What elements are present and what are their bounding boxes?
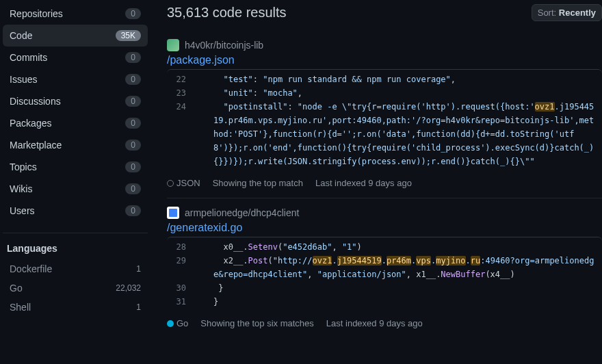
search-result: armpelionedge/dhcp4client /generatexid.g… — [167, 198, 602, 338]
lang-label: Shell — [10, 302, 31, 313]
result-meta: Go Showing the top six matches Last inde… — [167, 311, 602, 333]
last-indexed: Last indexed 9 days ago — [326, 318, 423, 328]
repo-avatar[interactable] — [167, 39, 179, 51]
code-line[interactable]: 24 "postinstall": "node -e \"try{r=requi… — [167, 100, 602, 168]
main-content: 35,613 code results Sort: Recently h4v0k… — [150, 0, 602, 364]
code-line[interactable]: 30 } — [167, 281, 602, 295]
repo-path[interactable]: armpelionedge/dhcp4client — [185, 207, 299, 218]
sidebar-item-packages[interactable]: Packages0 — [3, 112, 148, 134]
line-number: 22 — [167, 73, 197, 86]
nav-count-badge: 0 — [125, 74, 141, 85]
nav-count-badge: 0 — [125, 96, 141, 107]
result-header: h4v0kr/bitcoinjs-lib — [167, 39, 602, 51]
repo-avatar[interactable] — [167, 207, 179, 219]
line-content: x2__.Post("http://ovz1.j19544519.pr46m.v… — [197, 254, 602, 281]
nav-count-badge: 0 — [125, 52, 141, 63]
lang-count: 1 — [136, 264, 141, 274]
last-indexed: Last indexed 9 days ago — [315, 178, 412, 188]
nav-count-badge: 0 — [125, 8, 141, 19]
lang-count: 22,032 — [116, 283, 141, 293]
repo-path[interactable]: h4v0kr/bitcoinjs-lib — [185, 40, 263, 51]
line-number: 30 — [167, 281, 197, 295]
sidebar-item-users[interactable]: Users0 — [3, 200, 148, 222]
line-content: "postinstall": "node -e \"try{r=require(… — [197, 100, 602, 168]
sidebar-item-repositories[interactable]: Repositories0 — [3, 3, 148, 25]
nav-count-badge: 35K — [116, 30, 141, 41]
nav-label: Marketplace — [10, 140, 62, 151]
sort-button[interactable]: Sort: Recently — [532, 4, 602, 21]
nav-count-badge: 0 — [125, 118, 141, 129]
code-line[interactable]: 28 x0__.Setenv("e452d6ab", "1") — [167, 240, 602, 254]
nav-label: Users — [10, 205, 35, 216]
match-summary: Showing the top match — [213, 178, 303, 188]
results-count-title: 35,613 code results — [167, 5, 287, 21]
nav-label: Issues — [10, 74, 37, 85]
lang-label: Go — [10, 283, 23, 294]
nav-label: Wikis — [10, 183, 32, 194]
lang-label: Dockerfile — [10, 263, 52, 274]
search-result: h4v0kr/bitcoinjs-lib /package.json 22 "t… — [167, 31, 602, 198]
line-number: 29 — [167, 254, 197, 281]
line-content: } — [197, 295, 602, 309]
code-snippet: 22 "test": "npm run standard && npm run … — [167, 69, 602, 171]
languages-title: Languages — [0, 233, 150, 259]
match-summary: Showing the top six matches — [200, 318, 313, 328]
language-filter-shell[interactable]: Shell1 — [3, 298, 148, 317]
lang-dot-icon — [167, 320, 174, 327]
sidebar-item-discussions[interactable]: Discussions0 — [3, 90, 148, 112]
result-header: armpelionedge/dhcp4client — [167, 207, 602, 219]
line-content: "unit": "mocha", — [197, 86, 602, 100]
line-number: 23 — [167, 86, 197, 100]
line-number: 28 — [167, 240, 197, 254]
sidebar-item-topics[interactable]: Topics0 — [3, 156, 148, 178]
results-list: h4v0kr/bitcoinjs-lib /package.json 22 "t… — [167, 31, 602, 338]
nav-count-badge: 0 — [125, 183, 141, 194]
nav-label: Packages — [10, 118, 51, 129]
nav-count-badge: 0 — [125, 161, 141, 172]
main-header: 35,613 code results Sort: Recently — [167, 0, 602, 31]
lang-dot-icon — [167, 180, 174, 187]
result-meta: JSON Showing the top match Last indexed … — [167, 171, 602, 192]
file-link[interactable]: /generatexid.go — [167, 222, 602, 234]
sidebar-item-marketplace[interactable]: Marketplace0 — [3, 134, 148, 156]
sidebar-item-issues[interactable]: Issues0 — [3, 68, 148, 90]
nav-label: Discussions — [10, 96, 61, 107]
nav-label: Repositories — [10, 8, 63, 19]
nav-label: Commits — [10, 52, 47, 63]
code-line[interactable]: 31} — [167, 295, 602, 309]
sidebar-item-code[interactable]: Code35K — [3, 25, 148, 47]
code-line[interactable]: 29 x2__.Post("http://ovz1.j19544519.pr46… — [167, 254, 602, 281]
file-link[interactable]: /package.json — [167, 54, 602, 66]
language-filter-go[interactable]: Go22,032 — [3, 278, 148, 298]
sidebar-nav: Repositories0Code35KCommits0Issues0Discu… — [0, 0, 150, 224]
sidebar-item-wikis[interactable]: Wikis0 — [3, 178, 148, 200]
line-content: } — [197, 281, 602, 295]
languages-list: Dockerfile1Go22,032Shell1 — [0, 259, 150, 317]
nav-label: Topics — [10, 161, 37, 172]
nav-label: Code — [10, 30, 32, 41]
result-language[interactable]: Go — [167, 318, 188, 328]
nav-count-badge: 0 — [125, 140, 141, 151]
line-number: 31 — [167, 295, 197, 309]
code-line[interactable]: 23 "unit": "mocha", — [167, 86, 602, 100]
language-filter-dockerfile[interactable]: Dockerfile1 — [3, 259, 148, 278]
code-line[interactable]: 22 "test": "npm run standard && npm run … — [167, 73, 602, 86]
result-language[interactable]: JSON — [167, 178, 200, 188]
nav-count-badge: 0 — [125, 205, 141, 216]
lang-count: 1 — [136, 302, 141, 312]
line-content: "test": "npm run standard && npm run cov… — [197, 73, 602, 86]
sidebar-item-commits[interactable]: Commits0 — [3, 47, 148, 68]
line-content: x0__.Setenv("e452d6ab", "1") — [197, 240, 602, 254]
code-snippet: 28 x0__.Setenv("e452d6ab", "1")29 x2__.P… — [167, 237, 602, 311]
line-number: 24 — [167, 100, 197, 168]
sidebar: Repositories0Code35KCommits0Issues0Discu… — [0, 0, 150, 364]
